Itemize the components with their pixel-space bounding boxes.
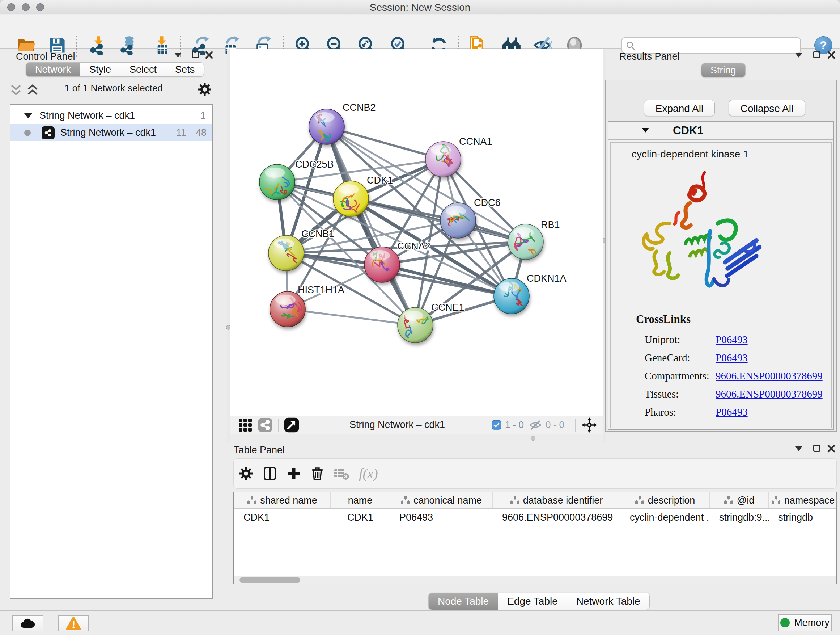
import-network-from-database-button[interactable] [118, 35, 139, 55]
gene-header[interactable]: CDK1 [608, 122, 834, 140]
column-header-name[interactable]: name [331, 492, 390, 508]
hierarchy-icon [724, 496, 733, 505]
memory-status-button[interactable]: Memory [778, 614, 832, 631]
column-header-description[interactable]: description [621, 492, 710, 508]
toolbar-separator [278, 418, 279, 432]
network-row[interactable]: String Network – cdk1 11 48 [11, 124, 212, 141]
node-label-CCNE1: CCNE1 [431, 302, 464, 313]
tree-expander-icon[interactable] [24, 113, 32, 119]
tab-edge-table[interactable]: Edge Table [498, 593, 567, 610]
table-cell[interactable]: CDK1 [331, 509, 390, 526]
node-label-CCNA2: CCNA2 [397, 241, 431, 252]
table-panel-close-icon[interactable] [827, 444, 836, 453]
warnings-button[interactable] [58, 615, 89, 631]
left-panel-divider[interactable] [227, 49, 230, 442]
crosslink-label: Pharos: [645, 406, 715, 418]
gene-collapse-icon[interactable] [642, 128, 649, 133]
tab-network[interactable]: Network [26, 63, 80, 76]
grid-view-icon[interactable] [238, 418, 253, 432]
birdseye-view-icon[interactable] [284, 417, 300, 433]
table-cell[interactable]: 9606.ENSP00000378699 [493, 509, 621, 526]
control-panel-close-icon[interactable] [205, 51, 213, 59]
tab-string[interactable]: String [701, 63, 745, 77]
network-node-CCNB1[interactable]: CCNB1 [268, 228, 335, 271]
import-network-icon [88, 35, 107, 55]
control-panel-tabs: NetworkStyleSelectSets [26, 62, 204, 77]
network-view-share-icon[interactable] [257, 417, 273, 432]
table-horizontal-scrollbar[interactable] [234, 576, 836, 584]
cloud-status-button[interactable] [12, 615, 43, 631]
bottom-divider-handle[interactable] [531, 436, 535, 440]
expand-all-button[interactable]: Expand All [644, 100, 715, 116]
tab-node-table[interactable]: Node Table [429, 593, 498, 610]
selected-checkbox-icon[interactable] [492, 420, 501, 430]
toolbar-separator [575, 418, 576, 432]
tab-style[interactable]: Style [80, 63, 120, 76]
table-cell[interactable]: cyclin-dependent ... [621, 509, 710, 526]
create-column-button[interactable] [286, 466, 301, 481]
table-panel-menu-icon[interactable] [795, 447, 802, 451]
network-options-gear-icon[interactable] [197, 82, 212, 97]
node-table: shared namenamecanonical namedatabase id… [233, 492, 837, 584]
crosslink-label: Uniprot: [645, 334, 715, 346]
results-panel-close-icon[interactable] [827, 51, 836, 59]
scrollbar-thumb[interactable] [240, 578, 300, 583]
results-panel-title: Results Panel [619, 51, 680, 62]
network-collection-row[interactable]: String Network – cdk1 1 [11, 107, 212, 124]
crosslink-link[interactable]: 9606.ENSP00000378699 [715, 370, 823, 382]
main-toolbar: ? [0, 15, 840, 49]
control-panel-float-icon[interactable] [192, 51, 199, 58]
network-edge-CCNE1-HIST1H1A[interactable] [287, 309, 415, 325]
toolbar-separator [76, 34, 77, 57]
table-cell[interactable]: CDK1 [234, 509, 331, 526]
tab-network-table[interactable]: Network Table [567, 593, 649, 610]
delete-column-button[interactable] [310, 466, 324, 481]
crosslink-link[interactable]: 9606.ENSP00000378699 [715, 388, 823, 400]
node-label-CDC6: CDC6 [474, 197, 501, 208]
column-header-database-identifier[interactable]: database identifier [493, 492, 621, 508]
network-node-HIST1H1A[interactable]: HIST1H1A [270, 285, 344, 327]
protein-structure-image [635, 168, 775, 309]
table-cell[interactable]: stringdb [769, 509, 837, 526]
crosslink-link[interactable]: P06493 [715, 352, 823, 364]
crosslink-label: GeneCard: [645, 352, 715, 364]
crosslink-link[interactable]: P06493 [715, 334, 823, 346]
network-node-CDKN1A[interactable]: CDKN1A [494, 273, 567, 314]
crosslink-link[interactable]: P06493 [715, 406, 823, 418]
table-cell[interactable]: P06493 [390, 509, 493, 526]
hidden-node-edge-counts: 0 - 0 [546, 419, 564, 431]
table-options-button[interactable] [239, 466, 253, 481]
gene-name: CDK1 [673, 124, 703, 137]
column-header-shared-name[interactable]: shared name [234, 492, 331, 508]
tab-select[interactable]: Select [120, 63, 166, 76]
table-panel-tabs: Node TableEdge TableNetwork Table [428, 593, 650, 610]
column-header-namespace[interactable]: namespace [769, 492, 837, 508]
import-network-button[interactable] [88, 35, 108, 55]
column-header-canonical-name[interactable]: canonical name [390, 492, 493, 508]
show-columns-button[interactable] [263, 466, 277, 481]
cloud-icon [19, 618, 36, 629]
crosslinks-section: CrossLinks Uniprot:P06493GeneCard:P06493… [636, 313, 823, 418]
table-cell[interactable]: stringdb:9... [710, 509, 769, 526]
network-node-CCNA1[interactable]: CCNA1 [425, 136, 493, 177]
results-panel-tabs: String [701, 63, 745, 78]
table-row: CDK1CDK1P064939606.ENSP00000378699cyclin… [234, 509, 836, 526]
search-input[interactable] [638, 40, 797, 51]
control-panel-menu-icon[interactable] [174, 53, 182, 57]
string-results-container: Expand All Collapse All CDK1 cyclin-depe… [605, 80, 837, 432]
network-node-RB1[interactable]: RB1 [508, 219, 560, 260]
import-table-button[interactable] [152, 35, 172, 55]
collapse-all-button[interactable]: Collapse All [729, 100, 805, 116]
fit-selected-crosshair-icon[interactable] [581, 417, 598, 433]
collection-label: String Network – cdk1 [39, 110, 135, 121]
tab-sets[interactable]: Sets [166, 63, 204, 76]
gene-description: cyclin-dependent kinase 1 [632, 149, 749, 160]
plus-icon [286, 466, 301, 481]
column-header--id[interactable]: @id [710, 492, 769, 508]
table-panel-float-icon[interactable] [813, 445, 821, 452]
results-panel-menu-icon[interactable] [795, 53, 802, 57]
network-canvas[interactable]: CCNB2CCNA1CDC25BCDK1CDC6RB1CCNB1CCNA2CDK… [230, 49, 603, 416]
network-node-CDC25B[interactable]: CDC25B [259, 159, 334, 208]
results-panel-float-icon[interactable] [813, 51, 821, 58]
columns-icon [263, 466, 277, 481]
